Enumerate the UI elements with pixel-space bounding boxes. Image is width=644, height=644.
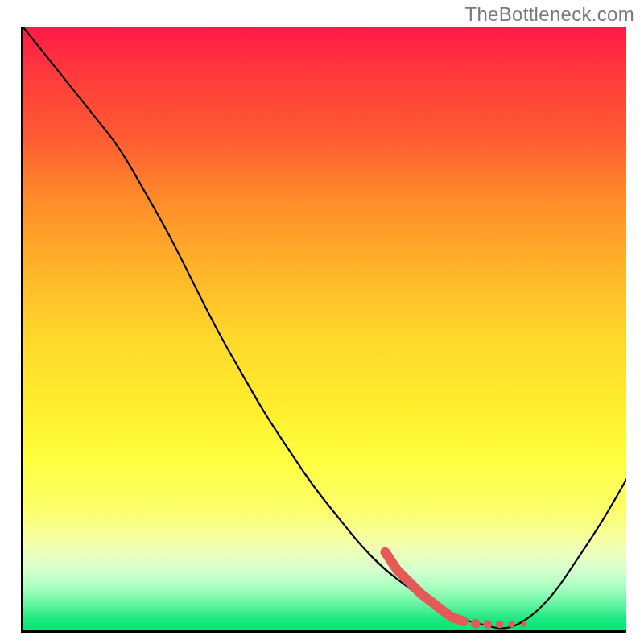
plot-overlay — [23, 27, 626, 630]
highlight-segment-solid — [385, 552, 463, 621]
highlight-dot — [509, 621, 515, 627]
watermark-text: TheBottleneck.com — [464, 3, 634, 26]
main-curve — [23, 27, 626, 629]
plot-area — [21, 27, 626, 633]
highlight-dot — [521, 621, 526, 626]
highlight-dot — [471, 619, 481, 629]
highlight-dot — [483, 620, 492, 629]
highlight-dot — [496, 621, 504, 629]
